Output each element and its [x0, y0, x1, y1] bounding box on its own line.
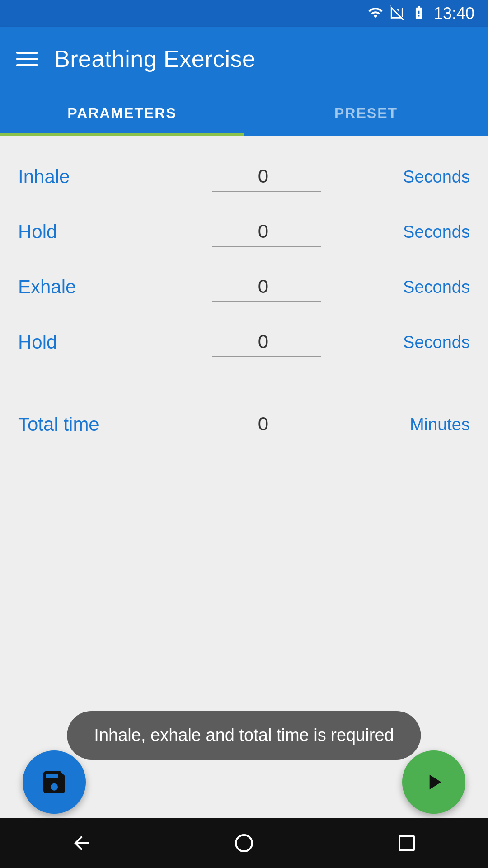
total-time-unit: Minutes	[343, 415, 470, 434]
inhale-input-container	[190, 162, 343, 192]
tab-preset[interactable]: PRESET	[244, 90, 488, 136]
hold2-row: Hold Seconds	[18, 315, 470, 370]
exhale-input-container	[190, 272, 343, 302]
play-icon	[421, 769, 446, 795]
play-button[interactable]	[402, 750, 465, 814]
app-title: Breathing Exercise	[54, 45, 255, 72]
parameters-panel: Inhale Seconds Hold Seconds Exhale Secon…	[0, 136, 488, 466]
save-icon	[40, 768, 69, 797]
status-icons	[368, 5, 427, 22]
hold2-input[interactable]	[212, 327, 321, 357]
total-time-input[interactable]	[212, 410, 321, 439]
total-time-label: Total time	[18, 414, 190, 435]
wifi-icon	[368, 5, 383, 22]
spacer	[18, 370, 470, 397]
hold1-input[interactable]	[212, 217, 321, 247]
hold2-unit: Seconds	[343, 333, 470, 352]
hold1-label: Hold	[18, 221, 190, 243]
toast-message: Inhale, exhale and total time is require…	[67, 711, 421, 760]
inhale-label: Inhale	[18, 166, 190, 188]
hold2-label: Hold	[18, 331, 190, 353]
inhale-row: Inhale Seconds	[18, 149, 470, 204]
hold2-input-container	[190, 327, 343, 357]
status-bar: 13:40	[0, 0, 488, 27]
inhale-unit: Seconds	[343, 167, 470, 187]
total-time-row: Total time Minutes	[18, 397, 470, 452]
battery-icon	[411, 5, 427, 22]
home-button[interactable]	[217, 825, 271, 861]
svg-rect-1	[399, 836, 414, 850]
total-time-input-container	[190, 410, 343, 439]
back-button[interactable]	[54, 825, 108, 861]
nav-bar	[0, 818, 488, 868]
tab-parameters[interactable]: PARAMETERS	[0, 90, 244, 136]
exhale-row: Exhale Seconds	[18, 259, 470, 315]
hold1-unit: Seconds	[343, 222, 470, 242]
tabs: PARAMETERS PRESET	[0, 90, 488, 136]
hold1-row: Hold Seconds	[18, 204, 470, 259]
save-button[interactable]	[23, 750, 86, 814]
inhale-input[interactable]	[212, 162, 321, 192]
exhale-label: Exhale	[18, 276, 190, 298]
status-time: 13:40	[434, 4, 474, 23]
hold1-input-container	[190, 217, 343, 247]
menu-button[interactable]	[16, 52, 38, 66]
recent-button[interactable]	[380, 825, 434, 861]
exhale-input[interactable]	[212, 272, 321, 302]
app-bar: Breathing Exercise	[0, 27, 488, 90]
recent-icon	[396, 832, 418, 854]
back-icon	[70, 832, 92, 854]
exhale-unit: Seconds	[343, 278, 470, 297]
home-icon	[233, 832, 255, 854]
signal-icon	[389, 5, 405, 22]
svg-point-0	[236, 835, 252, 851]
